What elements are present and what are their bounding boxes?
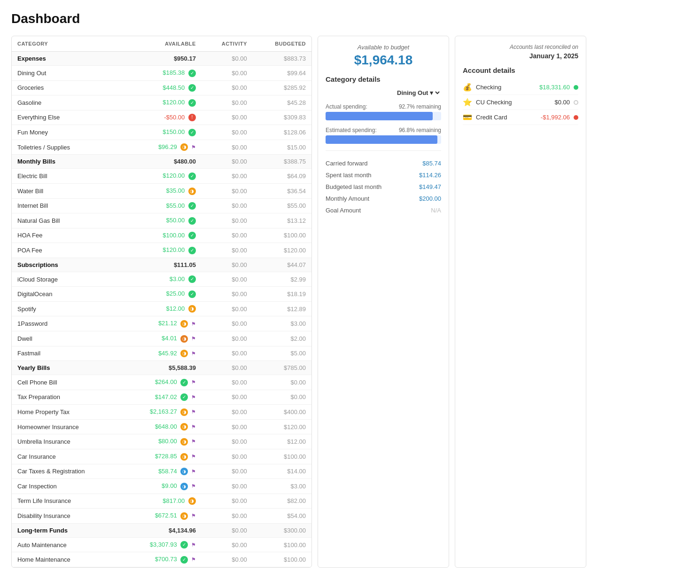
- table-row[interactable]: Natural Gas Bill $50.00 ✓ $0.00 $13.12: [12, 213, 311, 228]
- group-name: Long-term Funds: [12, 523, 122, 537]
- flag-icon: ⚑: [191, 513, 196, 519]
- group-available: $111.05: [122, 258, 202, 272]
- item-amount: $448.50: [163, 84, 185, 91]
- table-row[interactable]: Umbrella Insurance $80.00 ◑ ⚑ $0.00 $12.…: [12, 434, 311, 449]
- item-name: Gasoline: [12, 95, 122, 110]
- table-row[interactable]: Term Life Insurance $817.00 ◑ $0.00 $82.…: [12, 494, 311, 509]
- clock-icon: ◑: [180, 468, 188, 475]
- table-row[interactable]: Gasoline $120.00 ✓ $0.00 $45.28: [12, 95, 311, 110]
- table-row[interactable]: Home Property Tax $2,163.27 ◑ ⚑ $0.00 $4…: [12, 405, 311, 420]
- item-amount: $648.00: [155, 423, 177, 430]
- group-budgeted: $44.07: [253, 258, 311, 272]
- check-icon: ✓: [180, 379, 188, 386]
- item-name: Cell Phone Bill: [12, 375, 122, 390]
- item-budgeted: $100.00: [253, 537, 311, 552]
- table-row[interactable]: Tax Preparation $147.02 ✓ ⚑ $0.00 $0.00: [12, 390, 311, 405]
- flag-icon: ⚑: [191, 483, 196, 489]
- item-available: $50.00 ✓: [122, 213, 202, 228]
- estimated-spending-labels: Estimated spending: 96.8% remaining: [326, 127, 441, 133]
- item-name: HOA Fee: [12, 228, 122, 243]
- item-budgeted: $0.00: [253, 375, 311, 390]
- item-amount: $817.00: [163, 497, 185, 504]
- item-available: $120.00 ✓: [122, 243, 202, 258]
- item-available: $3,307.93 ✓ ⚑: [122, 537, 202, 552]
- flag-icon: ⚑: [191, 557, 196, 563]
- item-available: $58.74 ◑ ⚑: [122, 464, 202, 479]
- table-row[interactable]: Car Insurance $728.85 ◑ ⚑ $0.00 $100.00: [12, 449, 311, 464]
- item-name: Car Insurance: [12, 449, 122, 464]
- table-row[interactable]: iCloud Storage $3.00 ✓ $0.00 $2.99: [12, 272, 311, 287]
- table-row[interactable]: 1Password $21.12 ◑ ⚑ $0.00 $3.00: [12, 316, 311, 331]
- item-available: $448.50 ✓: [122, 80, 202, 95]
- item-name: Auto Maintenance: [12, 537, 122, 552]
- detail-value: $114.26: [419, 172, 441, 179]
- half-icon: ◑: [180, 350, 188, 357]
- table-row[interactable]: Car Taxes & Registration $58.74 ◑ ⚑ $0.0…: [12, 464, 311, 479]
- check-icon: ✓: [188, 275, 196, 283]
- table-row[interactable]: Spotify $12.00 ◑ $0.00 $12.89: [12, 301, 311, 316]
- table-row[interactable]: Auto Maintenance $3,307.93 ✓ ⚑ $0.00 $10…: [12, 537, 311, 552]
- account-amount: $18,331.60: [539, 84, 570, 91]
- item-budgeted: $54.00: [253, 509, 311, 524]
- flag-icon: ⚑: [191, 321, 196, 327]
- table-row[interactable]: Everything Else -$50.00 ! $0.00 $309.83: [12, 110, 311, 125]
- item-amount: $21.12: [158, 320, 177, 327]
- table-row[interactable]: POA Fee $120.00 ✓ $0.00 $120.00: [12, 243, 311, 258]
- item-available: $25.00 ✓: [122, 287, 202, 302]
- category-select[interactable]: Dining Out ▾: [395, 89, 441, 97]
- item-activity: $0.00: [202, 228, 253, 243]
- table-row[interactable]: Toiletries / Supplies $96.29 ◑ ⚑ $0.00 $…: [12, 140, 311, 155]
- table-row[interactable]: Home Maintenance $700.73 ✓ ⚑ $0.00 $100.…: [12, 552, 311, 567]
- account-amount: $0.00: [554, 99, 570, 106]
- col-budgeted: BUDGETED: [253, 36, 311, 52]
- half-icon: ◑: [180, 438, 188, 446]
- item-amount: $58.74: [158, 468, 177, 475]
- estimated-progress-bar: [326, 135, 441, 144]
- table-row[interactable]: Cell Phone Bill $264.00 ✓ ⚑ $0.00 $0.00: [12, 375, 311, 390]
- item-name: Dwell: [12, 331, 122, 346]
- group-budgeted: $300.00: [253, 523, 311, 537]
- item-budgeted: $12.00: [253, 434, 311, 449]
- group-row: Subscriptions $111.05 $0.00 $44.07: [12, 258, 311, 272]
- dashboard-page: Dashboard CATEGORY AVAILABLE ACTIVITY BU…: [0, 0, 700, 588]
- actual-progress-bar: [326, 112, 441, 120]
- actual-spending-label: Actual spending:: [326, 103, 367, 110]
- table-row[interactable]: Dining Out $185.38 ✓ $0.00 $99.64: [12, 66, 311, 81]
- table-row[interactable]: HOA Fee $100.00 ✓ $0.00 $100.00: [12, 228, 311, 243]
- group-budgeted: $883.73: [253, 52, 311, 66]
- detail-label: Budgeted last month: [326, 183, 381, 190]
- item-available: $9.00 ◑ ⚑: [122, 479, 202, 494]
- table-row[interactable]: Fun Money $150.00 ✓ $0.00 $128.06: [12, 125, 311, 140]
- item-amount: $3,307.93: [150, 541, 177, 548]
- actual-spending-row: Actual spending: 92.7% remaining: [326, 103, 441, 120]
- table-row[interactable]: DigitalOcean $25.00 ✓ $0.00 $18.19: [12, 287, 311, 302]
- table-row[interactable]: Disability Insurance $672.51 ◑ ⚑ $0.00 $…: [12, 509, 311, 524]
- table-row[interactable]: Groceries $448.50 ✓ $0.00 $285.92: [12, 80, 311, 95]
- item-activity: $0.00: [202, 272, 253, 287]
- item-budgeted: $2.00: [253, 331, 311, 346]
- table-row[interactable]: Electric Bill $120.00 ✓ $0.00 $64.09: [12, 169, 311, 184]
- table-row[interactable]: Homeowner Insurance $648.00 ◑ ⚑ $0.00 $1…: [12, 419, 311, 434]
- table-row[interactable]: Internet Bill $55.00 ✓ $0.00 $55.00: [12, 198, 311, 213]
- item-budgeted: $3.00: [253, 479, 311, 494]
- group-row: Long-term Funds $4,134.96 $0.00 $300.00: [12, 523, 311, 537]
- table-row[interactable]: Car Inspection $9.00 ◑ ⚑ $0.00 $3.00: [12, 479, 311, 494]
- account-row: 💳Credit Card-$1,992.06: [463, 110, 578, 125]
- account-status-dot: [574, 100, 578, 105]
- table-row[interactable]: Water Bill $35.00 ◑ $0.00 $36.54: [12, 183, 311, 198]
- flag-icon: ⚑: [191, 469, 196, 475]
- item-amount: $264.00: [155, 378, 177, 385]
- item-name: Term Life Insurance: [12, 494, 122, 509]
- item-activity: $0.00: [202, 552, 253, 567]
- item-budgeted: $45.28: [253, 95, 311, 110]
- item-activity: $0.00: [202, 390, 253, 405]
- detail-row: Spent last month$114.26: [326, 169, 441, 181]
- actual-progress-fill: [326, 112, 433, 120]
- table-row[interactable]: Fastmail $45.92 ◑ ⚑ $0.00 $5.00: [12, 346, 311, 361]
- item-activity: $0.00: [202, 331, 253, 346]
- estimated-remaining: 96.8% remaining: [399, 127, 441, 133]
- table-row[interactable]: Dwell $4.01 ◑ ⚑ $0.00 $2.00: [12, 331, 311, 346]
- item-budgeted: $3.00: [253, 316, 311, 331]
- item-available: $150.00 ✓: [122, 125, 202, 140]
- col-category: CATEGORY: [12, 36, 122, 52]
